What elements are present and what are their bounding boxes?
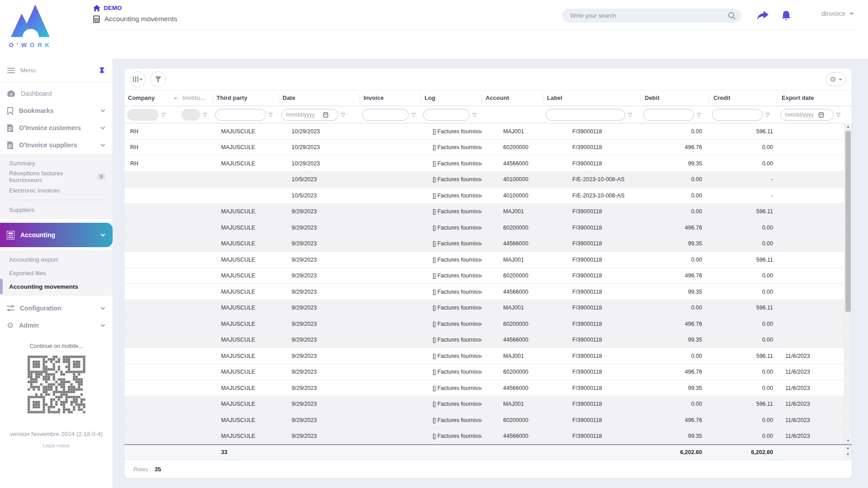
menu-row: Menu — [0, 59, 113, 82]
sidebar-item-accounting[interactable]: Accounting — [0, 223, 113, 247]
summary-credit-total: 6,202.60 — [709, 449, 778, 455]
funnel-icon[interactable]: ▽ — [161, 112, 165, 117]
funnel-icon[interactable]: ▽ — [628, 112, 632, 117]
sidebar-item-oinvoice-suppliers[interactable]: O'Invoice suppliers — [0, 136, 113, 154]
table-row[interactable]: MAJUSCULE 9/29/2023 [] Factures fourniss… — [124, 428, 844, 445]
table-row[interactable]: MAJUSCULE 9/29/2023 [] Factures fourniss… — [124, 236, 844, 252]
sidebar-item-exported-files[interactable]: Exported files — [0, 266, 113, 280]
funnel-icon[interactable]: ▽ — [411, 112, 415, 117]
date-filter-input[interactable] — [286, 112, 321, 118]
column-header-export-date[interactable]: Export date — [778, 94, 844, 102]
suppliers-submenu: Summary Réceptions factures fournisseurs… — [0, 154, 113, 219]
funnel-icon[interactable]: ▽ — [472, 112, 476, 117]
sidebar-nav: Dashboard Bookmarks O'Invoice customers — [0, 82, 113, 334]
table-row[interactable]: RH MAJUSCULE 10/29/2023 [] Factures four… — [124, 140, 844, 156]
table-row[interactable]: RH MAJUSCULE 10/29/2023 [] Factures four… — [124, 155, 844, 172]
invoice-filter-input[interactable] — [367, 112, 404, 118]
scroll-down-icon[interactable]: ▼ — [844, 437, 852, 444]
table-row[interactable]: MAJUSCULE 9/29/2023 [] Factures fourniss… — [124, 396, 844, 413]
column-header-label[interactable]: Label — [543, 94, 641, 102]
gear-icon: ⚙ — [830, 76, 836, 83]
export-date-filter-input[interactable] — [785, 112, 816, 118]
column-header-date[interactable]: Date — [278, 94, 359, 102]
sidebar-item-electronic-invoices[interactable]: Electronic Invoices — [0, 183, 113, 197]
table-header: Company ▶ Institu... Third party Date In… — [124, 90, 852, 106]
credit-filter-input[interactable] — [717, 112, 758, 118]
breadcrumb: DEMO Accounting movements — [93, 5, 177, 23]
table-row[interactable]: 10/5/2023 [] Factures fournisseurs 40100… — [124, 188, 844, 204]
search-icon[interactable] — [728, 12, 736, 20]
table-row[interactable]: MAJUSCULE 9/29/2023 [] Factures fourniss… — [124, 252, 844, 268]
mobile-block: Continue on mobile... version Novembre 2… — [0, 343, 113, 448]
sidebar-item-receptions[interactable]: Réceptions factures fournisseurs 0 — [0, 170, 113, 183]
table-row[interactable]: MAJUSCULE 9/29/2023 [] Factures fourniss… — [124, 300, 844, 316]
column-header-log[interactable]: Log — [420, 94, 481, 102]
search-input[interactable] — [570, 12, 728, 19]
funnel-icon[interactable]: ▽ — [765, 112, 769, 117]
debit-filter-input[interactable] — [648, 112, 689, 118]
table-row[interactable]: RH MAJUSCULE 10/29/2023 [] Factures four… — [124, 123, 844, 140]
hamburger-icon[interactable] — [7, 66, 15, 75]
funnel-icon[interactable]: ▽ — [697, 112, 701, 117]
table-settings-button[interactable]: ⚙ — [826, 72, 846, 86]
notifications-button[interactable] — [778, 8, 794, 23]
table-row[interactable]: 10/5/2023 [] Factures fournisseurs 40100… — [124, 172, 844, 188]
sidebar-item-dashboard[interactable]: Dashboard — [0, 85, 113, 102]
table-row[interactable]: MAJUSCULE 9/29/2023 [] Factures fourniss… — [124, 284, 844, 300]
invoice-icon — [7, 124, 14, 132]
filter-button[interactable] — [150, 71, 166, 87]
column-header-institution[interactable]: Institu... — [179, 94, 212, 102]
calendar-icon[interactable] — [819, 112, 824, 117]
columns-button[interactable] — [130, 71, 146, 87]
scroll-down-icon[interactable]: ▼ — [844, 451, 852, 458]
column-header-debit[interactable]: Debit — [641, 94, 709, 102]
sidebar-item-summary[interactable]: Summary — [0, 156, 113, 170]
sidebar-item-suppliers[interactable]: Suppliers — [0, 203, 113, 216]
sidebar-item-accounting-movements[interactable]: Accounting movements — [0, 280, 113, 293]
table-toolbar: ⚙ — [124, 69, 852, 90]
third-party-filter-input[interactable] — [220, 112, 261, 118]
breadcrumb-root[interactable]: DEMO — [93, 5, 177, 11]
funnel-icon[interactable]: ▽ — [836, 112, 840, 117]
main-content: ⚙ Company ▶ Institu... Third party Date … — [113, 59, 868, 488]
column-header-account[interactable]: Account — [481, 94, 543, 102]
table-row[interactable]: MAJUSCULE 9/29/2023 [] Factures fourniss… — [124, 332, 844, 348]
funnel-icon[interactable]: ▽ — [203, 112, 207, 117]
sidebar-item-accounting-export[interactable]: Accounting export — [0, 253, 113, 266]
user-menu[interactable]: dinvoice — [821, 10, 854, 17]
scroll-up-icon[interactable]: ▲ — [844, 445, 852, 451]
chevron-down-icon — [101, 142, 105, 146]
log-filter-input[interactable] — [428, 112, 465, 118]
table-row[interactable]: MAJUSCULE 9/29/2023 [] Factures fourniss… — [124, 220, 844, 236]
table-row[interactable]: MAJUSCULE 9/29/2023 [] Factures fourniss… — [124, 204, 844, 220]
funnel-icon[interactable]: ▽ — [269, 112, 273, 117]
funnel-icon[interactable]: ▽ — [341, 112, 345, 117]
share-button[interactable] — [755, 8, 770, 23]
invoice-icon — [7, 141, 14, 149]
legal-notice-link[interactable]: Legal notice — [0, 443, 113, 448]
sidebar-item-configuration[interactable]: Configuration — [0, 300, 113, 317]
table-row[interactable]: MAJUSCULE 9/29/2023 [] Factures fourniss… — [124, 380, 844, 396]
calendar-icon[interactable] — [323, 112, 328, 117]
label-filter-input[interactable] — [550, 112, 621, 118]
sidebar-item-oinvoice-customers[interactable]: O'Invoice customers — [0, 119, 113, 136]
table-row[interactable]: MAJUSCULE 9/29/2023 [] Factures fourniss… — [124, 412, 844, 428]
institution-filter-input — [181, 109, 200, 121]
pin-icon[interactable] — [99, 67, 105, 74]
table-row[interactable]: MAJUSCULE 9/29/2023 [] Factures fourniss… — [124, 316, 844, 332]
column-header-third-party[interactable]: Third party — [212, 94, 278, 102]
logo-text: O'WORK — [6, 42, 56, 48]
sidebar-item-admin[interactable]: ⚙ Admin — [0, 317, 113, 334]
logo[interactable]: O'WORK — [6, 4, 56, 48]
column-header-invoice[interactable]: Invoice — [359, 94, 420, 102]
scroll-up-icon[interactable]: ▲ — [844, 123, 852, 130]
column-header-company[interactable]: Company ▶ — [124, 94, 179, 102]
sidebar-item-bookmarks[interactable]: Bookmarks — [0, 102, 113, 119]
column-header-credit[interactable]: Credit — [709, 94, 778, 102]
table-row[interactable]: MAJUSCULE 9/29/2023 [] Factures fourniss… — [124, 348, 844, 364]
scrollbar-thumb[interactable] — [845, 131, 851, 312]
expand-column-icon[interactable]: ▶ — [175, 94, 178, 102]
table-row[interactable]: MAJUSCULE 9/29/2023 [] Factures fourniss… — [124, 268, 844, 284]
qr-code — [28, 356, 85, 413]
table-row[interactable]: MAJUSCULE 9/29/2023 [] Factures fourniss… — [124, 364, 844, 380]
